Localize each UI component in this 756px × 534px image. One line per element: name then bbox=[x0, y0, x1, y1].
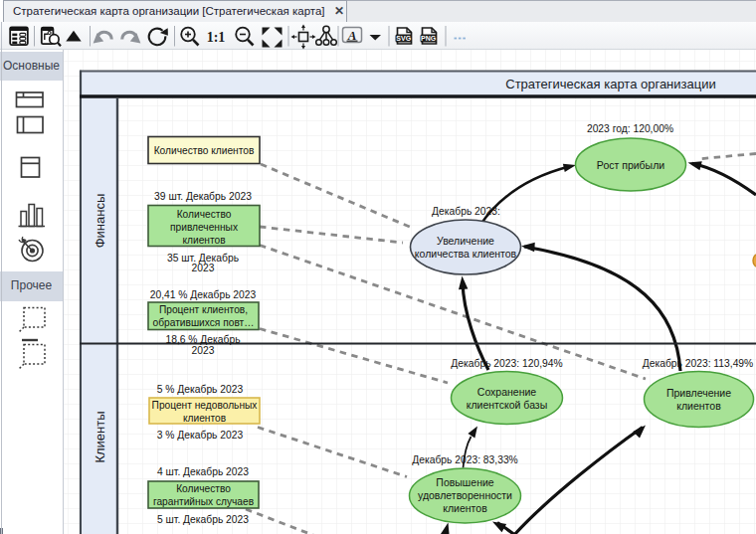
svg-text:Клиенты: Клиенты bbox=[93, 411, 107, 462]
svg-text:PNG: PNG bbox=[421, 35, 437, 42]
svg-text:20,41 % Декабрь 2023: 20,41 % Декабрь 2023 bbox=[150, 289, 257, 300]
svg-text:Финансы: Финансы bbox=[93, 194, 107, 249]
svg-text:5 шт. Декабрь 2023: 5 шт. Декабрь 2023 bbox=[157, 514, 249, 525]
svg-text:привлеченных: привлеченных bbox=[170, 222, 238, 233]
svg-text:Декабрь 2023:: Декабрь 2023: bbox=[432, 206, 500, 217]
svg-text:клиентской базы: клиентской базы bbox=[467, 399, 547, 411]
svg-text:2023: 2023 bbox=[192, 345, 215, 356]
svg-text:Декабрь 2023: 120,94%: Декабрь 2023: 120,94% bbox=[451, 358, 562, 369]
svg-text:Увеличение: Увеличение bbox=[437, 235, 494, 247]
svg-text:обратившихся повт…: обратившихся повт… bbox=[153, 317, 255, 328]
svg-text:2023 год: 120,00%: 2023 год: 120,00% bbox=[587, 123, 673, 134]
svg-text:Стратегическая карта организац: Стратегическая карта организации bbox=[505, 77, 715, 91]
svg-text:клиентов: клиентов bbox=[676, 400, 721, 412]
svg-text:удовлетворенности: удовлетворенности bbox=[418, 489, 512, 501]
svg-text:Декабрь 2023: 113,49%: Декабрь 2023: 113,49% bbox=[643, 358, 754, 369]
svg-text:Количество: Количество bbox=[176, 483, 231, 494]
svg-text:1:1: 1:1 bbox=[207, 30, 226, 45]
svg-text:Сохранение: Сохранение bbox=[477, 386, 537, 398]
svg-text:A: A bbox=[347, 28, 357, 43]
svg-text:Привлечение: Привлечение bbox=[666, 387, 731, 399]
svg-text:Количество: Количество bbox=[177, 209, 232, 220]
svg-text:Процент клиентов,: Процент клиентов, bbox=[159, 304, 248, 315]
svg-text:39 шт. Декабрь 2023: 39 шт. Декабрь 2023 bbox=[154, 191, 252, 202]
svg-text:18,6 % Декабрь: 18,6 % Декабрь bbox=[165, 334, 240, 345]
svg-text:SVG: SVG bbox=[396, 35, 411, 42]
svg-text:4 шт. Декабрь 2023: 4 шт. Декабрь 2023 bbox=[157, 466, 249, 477]
svg-text:гарантийных случаев: гарантийных случаев bbox=[153, 496, 254, 507]
svg-text:Процент недовольных: Процент недовольных bbox=[152, 400, 258, 411]
svg-text:35 шт. Декабрь: 35 шт. Декабрь bbox=[167, 253, 239, 264]
svg-text:Количество клиентов: Количество клиентов bbox=[154, 145, 255, 156]
svg-text:3 % Декабрь 2023: 3 % Декабрь 2023 bbox=[157, 430, 244, 441]
svg-text:Декабрь 2023: 83,33%: Декабрь 2023: 83,33% bbox=[412, 454, 518, 465]
svg-text:количества клиентов: количества клиентов bbox=[415, 248, 517, 260]
svg-text:клиентов: клиентов bbox=[183, 413, 226, 424]
svg-text:клиентов: клиентов bbox=[182, 235, 225, 246]
svg-text:5 % Декабрь 2023: 5 % Декабрь 2023 bbox=[157, 384, 244, 395]
svg-text:Рост прибыли: Рост прибыли bbox=[597, 159, 664, 171]
svg-text:2023: 2023 bbox=[192, 263, 215, 273]
svg-text:клиентов: клиентов bbox=[443, 502, 487, 514]
svg-text:Повышение: Повышение bbox=[436, 476, 493, 488]
